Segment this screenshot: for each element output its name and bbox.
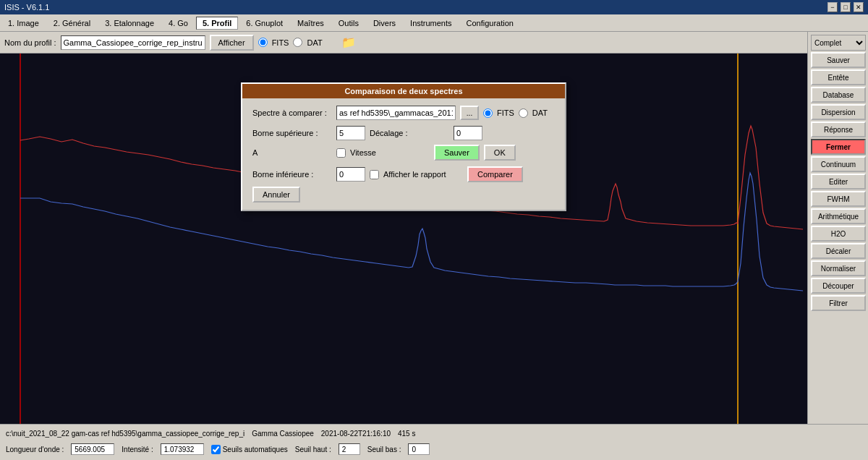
- fits-label: FITS: [272, 38, 289, 47]
- menu-item-configuration[interactable]: Configuration: [460, 17, 520, 30]
- modal-dat-radio[interactable]: [519, 108, 528, 118]
- menu-item-divers[interactable]: Divers: [367, 17, 402, 30]
- status-bar: c:\nuit_2021_08_22 gam-cas ref hd5395\ga…: [0, 424, 868, 460]
- seuils-auto-checkbox[interactable]: [211, 445, 221, 454]
- modal-dat-label: DAT: [532, 108, 548, 117]
- menu-item-5-profil[interactable]: 5. Profil: [196, 17, 238, 30]
- sidebar-btn-normaliser[interactable]: Normaliser: [811, 260, 866, 276]
- sidebar-btn-sauver[interactable]: Sauver: [811, 52, 866, 68]
- view-dropdown[interactable]: Complet: [811, 35, 866, 51]
- seuils-auto-group: Seuils automatiques: [211, 445, 288, 454]
- vitesse-checkbox[interactable]: [336, 148, 346, 158]
- sidebar-btn-arithmtique[interactable]: Arithmétique: [811, 208, 866, 224]
- duration: 415 s: [398, 430, 415, 438]
- spectre-label: Spectre à comparer :: [252, 108, 332, 117]
- sidebar-btn-rponse[interactable]: Réponse: [811, 122, 866, 137]
- afficher-rapport-label: Afficher le rapport: [383, 170, 463, 179]
- sidebar-btn-fermer[interactable]: Fermer: [811, 139, 866, 155]
- status-row-2: Longueur d'onde : 5669.005 Intensité : 1…: [6, 443, 862, 455]
- sauver-button[interactable]: Sauver: [434, 145, 480, 161]
- modal-fits-label: FITS: [497, 108, 514, 117]
- seuils-auto-label: Seuils automatiques: [223, 446, 288, 453]
- minimize-button[interactable]: −: [827, 2, 838, 12]
- browse-button[interactable]: ...: [460, 106, 479, 120]
- comparison-dialog: Comparaison de deux spectres Spectre à c…: [241, 82, 566, 211]
- sidebar: Complet SauverEntêteDatabaseDispersionRé…: [807, 32, 868, 446]
- annuler-button[interactable]: Annuler: [252, 187, 300, 203]
- sidebar-btn-entte[interactable]: Entête: [811, 69, 866, 85]
- fits-radio[interactable]: [258, 38, 268, 47]
- menu-item-instruments[interactable]: Instruments: [404, 17, 458, 30]
- sidebar-btn-dcaler[interactable]: Décaler: [811, 243, 866, 259]
- star-name: Gamma Cassiopee: [252, 430, 314, 438]
- app-title: ISIS - V6.1.1: [4, 3, 49, 12]
- file-path: c:\nuit_2021_08_22 gam-cas ref hd5395\ga…: [6, 430, 244, 438]
- angstrom-label: A: [252, 148, 332, 157]
- close-button[interactable]: ✕: [854, 2, 864, 12]
- ok-button[interactable]: OK: [484, 145, 516, 161]
- menu-item-4-go[interactable]: 4. Go: [162, 17, 195, 30]
- seuil-haut-value: 2: [339, 443, 360, 455]
- decalage-input[interactable]: [454, 126, 482, 140]
- toolbar: Nom du profil : Afficher FITS DAT 📁: [0, 32, 868, 54]
- afficher-button[interactable]: Afficher: [210, 35, 254, 51]
- menu-item-2-gnral[interactable]: 2. Général: [47, 17, 97, 30]
- spectre-input[interactable]: [336, 106, 456, 120]
- sidebar-btn-database[interactable]: Database: [811, 87, 866, 103]
- dat-radio[interactable]: [293, 38, 302, 47]
- borne-sup-input[interactable]: [336, 126, 365, 140]
- intensite-value: 1.073932: [161, 443, 204, 455]
- borne-sup-row: Borne supérieure : Décalage : A Vitesse …: [252, 126, 555, 161]
- seuil-bas-value: 0: [408, 443, 430, 455]
- menu-item-6-gnuplot[interactable]: 6. Gnuplot: [239, 17, 289, 30]
- modal-fits-radio[interactable]: [483, 108, 493, 118]
- sidebar-btn-h2o[interactable]: H2O: [811, 226, 866, 242]
- folder-icon[interactable]: 📁: [341, 35, 356, 49]
- maximize-button[interactable]: □: [841, 2, 851, 12]
- sidebar-btn-continuum[interactable]: Continuum: [811, 156, 866, 172]
- decalage-label: Décalage :: [370, 129, 449, 137]
- sidebar-btn-dispersion[interactable]: Dispersion: [811, 104, 866, 120]
- profile-label: Nom du profil :: [4, 38, 56, 47]
- longueur-label: Longueur d'onde :: [6, 446, 64, 453]
- comparer-button[interactable]: Comparer: [467, 166, 523, 182]
- title-bar: ISIS - V6.1.1 − □ ✕: [0, 0, 868, 14]
- borne-sup-label: Borne supérieure :: [252, 129, 332, 137]
- status-row-1: c:\nuit_2021_08_22 gam-cas ref hd5395\ga…: [6, 430, 862, 438]
- sidebar-btn-fwhm[interactable]: FWHM: [811, 191, 866, 207]
- vitesse-label: Vitesse: [350, 148, 430, 157]
- seuil-haut-label: Seuil haut :: [295, 446, 331, 453]
- profile-input[interactable]: [61, 35, 205, 50]
- longueur-value: 5669.005: [71, 443, 114, 455]
- menu-item-3-etalonnage[interactable]: 3. Etalonnage: [98, 17, 161, 30]
- format-radio-group: FITS DAT: [258, 38, 323, 47]
- menu-item-outils[interactable]: Outils: [332, 17, 365, 30]
- afficher-rapport-checkbox[interactable]: [370, 170, 379, 179]
- modal-body: Spectre à comparer : ... FITS DAT Borne …: [242, 98, 565, 210]
- borne-inf-row: Borne inférieure : Afficher le rapport C…: [252, 166, 555, 203]
- menu-item-matres[interactable]: Maîtres: [291, 17, 331, 30]
- date-time: 2021-08-22T21:16:10: [321, 430, 391, 438]
- window-controls: − □ ✕: [827, 2, 864, 12]
- seuil-bas-label: Seuil bas :: [367, 446, 401, 453]
- menu-item-1-image[interactable]: 1. Image: [1, 17, 46, 30]
- borne-inf-input[interactable]: [336, 167, 365, 182]
- menu-bar: 1. Image2. Général3. Etalonnage4. Go5. P…: [0, 14, 868, 32]
- sidebar-btn-filtrer[interactable]: Filtrer: [811, 295, 866, 311]
- dat-label: DAT: [307, 38, 322, 47]
- modal-title: Comparaison de deux spectres: [242, 84, 565, 98]
- sidebar-btn-dcouper[interactable]: Découper: [811, 278, 866, 294]
- borne-inf-label: Borne inférieure :: [252, 170, 332, 179]
- sidebar-btn-editer[interactable]: Editer: [811, 174, 866, 189]
- intensite-label: Intensité :: [122, 446, 153, 453]
- spectre-row: Spectre à comparer : ... FITS DAT: [252, 106, 555, 120]
